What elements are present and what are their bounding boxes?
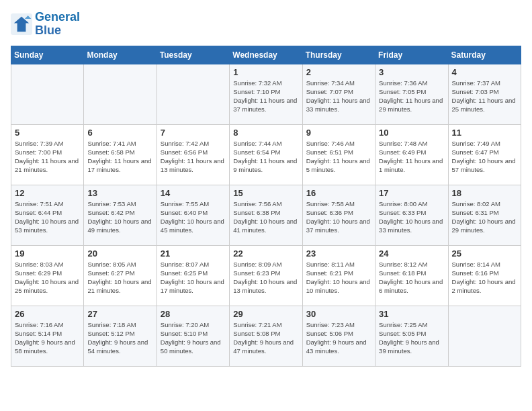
day-number: 25	[452, 248, 517, 259]
calendar-cell: 21Sunrise: 8:07 AM Sunset: 6:25 PM Dayli…	[157, 245, 229, 306]
day-info: Sunrise: 7:55 AM Sunset: 6:40 PM Dayligh…	[161, 199, 226, 235]
day-number: 3	[379, 67, 444, 77]
day-info: Sunrise: 8:00 AM Sunset: 6:33 PM Dayligh…	[379, 199, 444, 235]
calendar-week-row: 26Sunrise: 7:16 AM Sunset: 5:14 PM Dayli…	[11, 306, 521, 366]
weekday-header-monday: Monday	[84, 46, 157, 64]
day-info: Sunrise: 8:11 AM Sunset: 6:21 PM Dayligh…	[306, 260, 371, 295]
day-number: 15	[233, 188, 298, 198]
day-number: 23	[306, 248, 371, 259]
calendar-cell: 8Sunrise: 7:44 AM Sunset: 6:54 PM Daylig…	[230, 124, 302, 185]
calendar-cell	[11, 64, 84, 124]
day-number: 16	[306, 188, 371, 198]
day-number: 29	[233, 309, 298, 319]
day-info: Sunrise: 7:48 AM Sunset: 6:49 PM Dayligh…	[379, 139, 444, 175]
day-number: 20	[87, 248, 152, 259]
day-info: Sunrise: 7:58 AM Sunset: 6:36 PM Dayligh…	[306, 199, 371, 235]
day-number: 22	[233, 248, 298, 259]
day-number: 31	[379, 309, 444, 319]
day-info: Sunrise: 7:53 AM Sunset: 6:42 PM Dayligh…	[87, 199, 152, 235]
calendar-week-row: 5Sunrise: 7:39 AM Sunset: 7:00 PM Daylig…	[11, 124, 521, 185]
calendar-cell: 29Sunrise: 7:21 AM Sunset: 5:08 PM Dayli…	[230, 306, 302, 366]
calendar-cell: 17Sunrise: 8:00 AM Sunset: 6:33 PM Dayli…	[375, 185, 448, 245]
calendar-cell: 22Sunrise: 8:09 AM Sunset: 6:23 PM Dayli…	[230, 245, 302, 306]
calendar-cell: 2Sunrise: 7:34 AM Sunset: 7:07 PM Daylig…	[302, 64, 375, 124]
day-number: 7	[161, 128, 226, 138]
day-number: 6	[87, 128, 152, 138]
calendar-cell	[84, 64, 157, 124]
day-info: Sunrise: 7:20 AM Sunset: 5:10 PM Dayligh…	[161, 320, 226, 356]
day-info: Sunrise: 8:09 AM Sunset: 6:23 PM Dayligh…	[233, 260, 298, 295]
calendar-cell: 6Sunrise: 7:41 AM Sunset: 6:58 PM Daylig…	[84, 124, 157, 185]
calendar-table: SundayMondayTuesdayWednesdayThursdayFrid…	[11, 46, 521, 367]
day-number: 2	[306, 67, 371, 77]
day-info: Sunrise: 7:56 AM Sunset: 6:38 PM Dayligh…	[233, 199, 298, 235]
day-number: 18	[452, 188, 517, 198]
calendar-cell: 25Sunrise: 8:14 AM Sunset: 6:16 PM Dayli…	[448, 245, 521, 306]
page-header: General Blue	[11, 11, 521, 38]
day-info: Sunrise: 7:46 AM Sunset: 6:51 PM Dayligh…	[306, 139, 371, 175]
day-number: 9	[306, 128, 371, 138]
calendar-cell: 5Sunrise: 7:39 AM Sunset: 7:00 PM Daylig…	[11, 124, 84, 185]
day-number: 10	[379, 128, 444, 138]
calendar-cell: 16Sunrise: 7:58 AM Sunset: 6:36 PM Dayli…	[302, 185, 375, 245]
calendar-cell: 11Sunrise: 7:49 AM Sunset: 6:47 PM Dayli…	[448, 124, 521, 185]
day-info: Sunrise: 7:18 AM Sunset: 5:12 PM Dayligh…	[87, 320, 152, 356]
day-number: 19	[15, 248, 80, 259]
calendar-cell: 4Sunrise: 7:37 AM Sunset: 7:03 PM Daylig…	[448, 64, 521, 124]
day-info: Sunrise: 7:49 AM Sunset: 6:47 PM Dayligh…	[452, 139, 517, 175]
day-number: 21	[161, 248, 226, 259]
day-info: Sunrise: 7:32 AM Sunset: 7:10 PM Dayligh…	[233, 79, 298, 114]
calendar-cell: 1Sunrise: 7:32 AM Sunset: 7:10 PM Daylig…	[230, 64, 302, 124]
day-info: Sunrise: 8:03 AM Sunset: 6:29 PM Dayligh…	[15, 260, 80, 295]
calendar-cell: 3Sunrise: 7:36 AM Sunset: 7:05 PM Daylig…	[375, 64, 448, 124]
day-info: Sunrise: 8:12 AM Sunset: 6:18 PM Dayligh…	[379, 260, 444, 295]
day-info: Sunrise: 8:02 AM Sunset: 6:31 PM Dayligh…	[452, 199, 517, 235]
weekday-header-tuesday: Tuesday	[157, 46, 229, 64]
calendar-cell: 26Sunrise: 7:16 AM Sunset: 5:14 PM Dayli…	[11, 306, 84, 366]
day-info: Sunrise: 7:39 AM Sunset: 7:00 PM Dayligh…	[15, 139, 80, 175]
day-number: 1	[233, 67, 298, 77]
day-info: Sunrise: 7:37 AM Sunset: 7:03 PM Dayligh…	[452, 79, 517, 114]
day-number: 11	[452, 128, 517, 138]
calendar-cell: 10Sunrise: 7:48 AM Sunset: 6:49 PM Dayli…	[375, 124, 448, 185]
calendar-cell: 20Sunrise: 8:05 AM Sunset: 6:27 PM Dayli…	[84, 245, 157, 306]
day-number: 4	[452, 67, 517, 77]
calendar-cell	[448, 306, 521, 366]
weekday-header-friday: Friday	[375, 46, 448, 64]
day-number: 8	[233, 128, 298, 138]
calendar-cell: 19Sunrise: 8:03 AM Sunset: 6:29 PM Dayli…	[11, 245, 84, 306]
day-info: Sunrise: 7:23 AM Sunset: 5:06 PM Dayligh…	[306, 320, 371, 356]
day-info: Sunrise: 7:16 AM Sunset: 5:14 PM Dayligh…	[15, 320, 80, 356]
calendar-cell: 15Sunrise: 7:56 AM Sunset: 6:38 PM Dayli…	[230, 185, 302, 245]
day-info: Sunrise: 7:25 AM Sunset: 5:05 PM Dayligh…	[379, 320, 444, 356]
logo-icon	[11, 13, 32, 35]
weekday-header-saturday: Saturday	[448, 46, 521, 64]
day-info: Sunrise: 7:36 AM Sunset: 7:05 PM Dayligh…	[379, 79, 444, 114]
day-number: 14	[161, 188, 226, 198]
calendar-week-row: 1Sunrise: 7:32 AM Sunset: 7:10 PM Daylig…	[11, 64, 521, 124]
calendar-cell: 12Sunrise: 7:51 AM Sunset: 6:44 PM Dayli…	[11, 185, 84, 245]
calendar-cell: 24Sunrise: 8:12 AM Sunset: 6:18 PM Dayli…	[375, 245, 448, 306]
calendar-cell: 13Sunrise: 7:53 AM Sunset: 6:42 PM Dayli…	[84, 185, 157, 245]
day-info: Sunrise: 7:51 AM Sunset: 6:44 PM Dayligh…	[15, 199, 80, 235]
weekday-header-wednesday: Wednesday	[230, 46, 302, 64]
day-info: Sunrise: 7:41 AM Sunset: 6:58 PM Dayligh…	[87, 139, 152, 175]
calendar-cell: 7Sunrise: 7:42 AM Sunset: 6:56 PM Daylig…	[157, 124, 229, 185]
weekday-header-row: SundayMondayTuesdayWednesdayThursdayFrid…	[11, 46, 521, 64]
day-info: Sunrise: 7:34 AM Sunset: 7:07 PM Dayligh…	[306, 79, 371, 114]
calendar-week-row: 19Sunrise: 8:03 AM Sunset: 6:29 PM Dayli…	[11, 245, 521, 306]
calendar-cell: 28Sunrise: 7:20 AM Sunset: 5:10 PM Dayli…	[157, 306, 229, 366]
calendar-cell	[157, 64, 229, 124]
day-number: 26	[15, 309, 80, 319]
day-number: 24	[379, 248, 444, 259]
weekday-header-sunday: Sunday	[11, 46, 84, 64]
day-info: Sunrise: 7:21 AM Sunset: 5:08 PM Dayligh…	[233, 320, 298, 356]
calendar-cell: 27Sunrise: 7:18 AM Sunset: 5:12 PM Dayli…	[84, 306, 157, 366]
calendar-cell: 30Sunrise: 7:23 AM Sunset: 5:06 PM Dayli…	[302, 306, 375, 366]
calendar-cell: 31Sunrise: 7:25 AM Sunset: 5:05 PM Dayli…	[375, 306, 448, 366]
day-number: 28	[161, 309, 226, 319]
logo: General Blue	[11, 11, 80, 38]
calendar-cell: 9Sunrise: 7:46 AM Sunset: 6:51 PM Daylig…	[302, 124, 375, 185]
day-number: 17	[379, 188, 444, 198]
day-info: Sunrise: 8:14 AM Sunset: 6:16 PM Dayligh…	[452, 260, 517, 295]
